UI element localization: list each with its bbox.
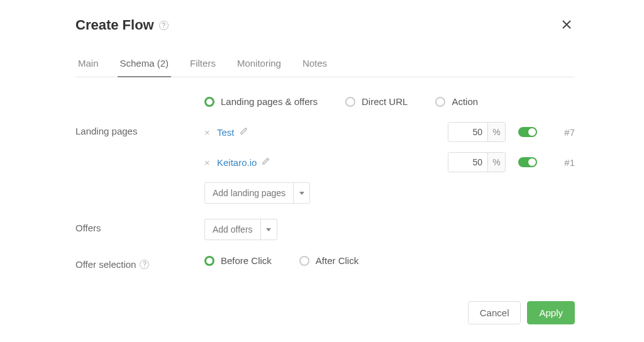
weight-input[interactable] bbox=[448, 123, 487, 141]
offers-row: Offers Add offers bbox=[75, 219, 575, 240]
modal-footer: Cancel Apply bbox=[75, 301, 575, 324]
weight-input-group: % bbox=[448, 122, 506, 142]
dropdown-caret[interactable] bbox=[260, 219, 277, 240]
radio-landing-offers[interactable]: Landing pages & offers bbox=[204, 96, 318, 107]
enable-toggle[interactable] bbox=[518, 127, 537, 137]
radio-label: Before Click bbox=[221, 255, 272, 266]
modal-header: Create Flow ? bbox=[75, 15, 575, 35]
radio-action[interactable]: Action bbox=[435, 96, 478, 107]
create-flow-modal: Create Flow ? Main Schema (2) Filters Mo… bbox=[0, 0, 644, 339]
add-button-label: Add offers bbox=[205, 219, 260, 240]
help-icon[interactable]: ? bbox=[159, 21, 169, 30]
weight-input-group: % bbox=[448, 152, 506, 172]
radio-circle-icon bbox=[299, 256, 309, 266]
help-icon[interactable]: ? bbox=[140, 260, 149, 269]
remove-button[interactable]: × bbox=[204, 157, 217, 168]
landing-page-link[interactable]: Test bbox=[217, 127, 235, 138]
radio-circle-icon bbox=[345, 97, 355, 107]
dropdown-caret[interactable] bbox=[293, 183, 309, 203]
caret-down-icon bbox=[266, 228, 271, 231]
item-id-label: #7 bbox=[550, 127, 575, 138]
edit-button[interactable] bbox=[240, 126, 248, 138]
radio-circle-icon bbox=[204, 97, 214, 107]
radio-label: Direct URL bbox=[362, 96, 408, 107]
add-button-label: Add landing pages bbox=[205, 183, 293, 203]
radio-label: After Click bbox=[316, 255, 358, 266]
offers-label: Offers bbox=[75, 219, 204, 233]
schema-type-radio-group: Landing pages & offers Direct URL Action bbox=[204, 96, 575, 107]
radio-after-click[interactable]: After Click bbox=[299, 255, 358, 266]
landing-page-item: × Keitaro.io % #1 bbox=[204, 152, 575, 172]
tab-filters[interactable]: Filters bbox=[187, 53, 218, 77]
percent-label: % bbox=[487, 123, 505, 141]
pencil-icon bbox=[240, 126, 248, 135]
tab-monitoring[interactable]: Monitoring bbox=[235, 53, 284, 77]
add-landing-pages-button[interactable]: Add landing pages bbox=[204, 182, 310, 204]
radio-direct-url[interactable]: Direct URL bbox=[345, 96, 408, 107]
item-id-label: #1 bbox=[550, 157, 575, 168]
offer-selection-label: Offer selection bbox=[75, 259, 136, 270]
offer-selection-radio-group: Before Click After Click bbox=[204, 255, 575, 266]
tab-bar: Main Schema (2) Filters Monitoring Notes bbox=[75, 53, 575, 77]
modal-title: Create Flow bbox=[75, 17, 154, 33]
radio-circle-icon bbox=[435, 97, 445, 107]
close-icon bbox=[561, 19, 572, 30]
landing-page-item: × Test % #7 bbox=[204, 122, 575, 142]
radio-circle-icon bbox=[204, 256, 214, 266]
offer-selection-row: Offer selection ? Before Click After Cli… bbox=[75, 255, 575, 270]
landing-pages-row: Landing pages × Test % #7 × bbox=[75, 122, 575, 204]
caret-down-icon bbox=[299, 192, 304, 195]
enable-toggle[interactable] bbox=[518, 157, 537, 167]
radio-label: Landing pages & offers bbox=[221, 96, 318, 107]
apply-button[interactable]: Apply bbox=[527, 301, 575, 324]
tab-main[interactable]: Main bbox=[75, 53, 101, 77]
tab-schema[interactable]: Schema (2) bbox=[118, 53, 172, 77]
tab-notes[interactable]: Notes bbox=[300, 53, 330, 77]
add-offers-button[interactable]: Add offers bbox=[204, 219, 277, 240]
schema-type-row: Landing pages & offers Direct URL Action bbox=[75, 96, 575, 107]
cancel-button[interactable]: Cancel bbox=[468, 301, 521, 324]
close-button[interactable] bbox=[558, 15, 575, 35]
percent-label: % bbox=[487, 153, 505, 172]
landing-pages-label: Landing pages bbox=[75, 122, 204, 136]
pencil-icon bbox=[262, 157, 270, 165]
landing-page-link[interactable]: Keitaro.io bbox=[217, 157, 257, 168]
radio-before-click[interactable]: Before Click bbox=[204, 255, 272, 266]
radio-label: Action bbox=[452, 96, 478, 107]
remove-button[interactable]: × bbox=[204, 127, 217, 138]
edit-button[interactable] bbox=[262, 157, 270, 168]
weight-input[interactable] bbox=[448, 153, 487, 172]
